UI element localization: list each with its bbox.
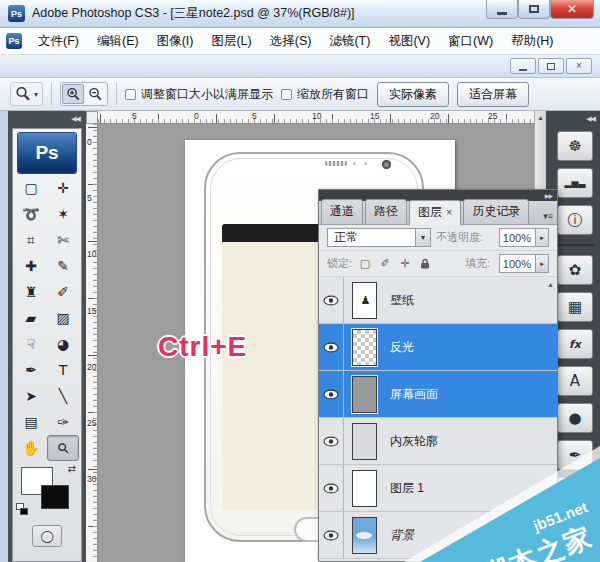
menu-select[interactable]: 选择(S) (261, 29, 321, 54)
history-brush-icon: ✐ (57, 285, 69, 299)
zoom-in-button[interactable] (62, 84, 84, 104)
current-tool-well[interactable]: ▾ (10, 82, 43, 106)
chevron-down-icon[interactable]: ▼ (415, 229, 430, 246)
scroll-up-icon[interactable]: ▲ (535, 111, 546, 121)
tool-lasso[interactable]: ➰ (15, 201, 47, 227)
tool-notes[interactable]: ▤ (15, 409, 47, 435)
panel-dock-collapse[interactable]: ◀◀ (546, 111, 600, 126)
zoom-mode-group (60, 82, 108, 106)
resize-windows-checkbox[interactable] (125, 89, 136, 100)
doc-minimize-button[interactable] (510, 58, 536, 74)
tool-healing-brush[interactable]: ✚ (15, 253, 47, 279)
ruler-number: 10 (87, 250, 97, 259)
tool-brush[interactable]: ✎ (47, 253, 79, 279)
menu-window[interactable]: 窗口(W) (439, 29, 502, 54)
histogram-icon[interactable]: ▂▅▃ (557, 168, 593, 198)
tool-type[interactable]: T (47, 357, 79, 383)
layer-thumbnail[interactable] (344, 376, 384, 413)
close-button[interactable]: ✕ (550, 0, 594, 19)
figure-glyph: ♟ (361, 295, 371, 306)
tab-layers[interactable]: 图层× (409, 200, 461, 225)
tool-pen[interactable]: ✒ (15, 357, 47, 383)
tab-close-icon[interactable]: × (446, 206, 452, 218)
eye-cell[interactable] (319, 512, 344, 558)
tool-magic-wand[interactable]: ✶ (47, 201, 79, 227)
menu-file[interactable]: 文件(F) (29, 29, 88, 54)
tool-path-selection[interactable]: ➤ (15, 383, 47, 409)
menu-edit[interactable]: 编辑(E) (88, 29, 148, 54)
zoom-all-windows-checkbox[interactable] (281, 89, 292, 100)
menu-view[interactable]: 视图(V) (379, 29, 439, 54)
tool-history-brush[interactable]: ✐ (47, 279, 79, 305)
layer-row-screen[interactable]: 屏幕画面 (319, 371, 557, 418)
layer-row-reflection[interactable]: 反光 (319, 324, 557, 371)
lock-pixels-icon[interactable]: ✐ (377, 256, 393, 272)
tool-clone-stamp[interactable]: ♜ (15, 279, 47, 305)
blend-mode-select[interactable]: 正常 ▼ (327, 228, 431, 247)
menu-layer[interactable]: 图层(L) (202, 29, 260, 54)
tool-dock-collapse[interactable]: ◀◀ (8, 111, 86, 126)
lock-all-icon[interactable] (417, 256, 433, 272)
menu-image[interactable]: 图像(I) (148, 29, 203, 54)
tab-history[interactable]: 历史记录 (463, 199, 529, 224)
eye-cell[interactable] (319, 465, 344, 511)
menu-help[interactable]: 帮助(H) (502, 29, 562, 54)
ruler-number: 5 (87, 194, 97, 203)
chevron-right-icon[interactable]: ▸ (535, 229, 548, 246)
background-color-swatch[interactable] (41, 485, 69, 509)
tool-rectangular-marquee[interactable]: ▢ (15, 175, 47, 201)
fit-screen-button[interactable]: 适合屏幕 (457, 82, 529, 107)
info-icon[interactable]: ⓘ (557, 205, 593, 235)
layer-name: 屏幕画面 (390, 386, 438, 403)
tab-channels[interactable]: 通道 (321, 199, 363, 224)
doc-close-button[interactable]: × (566, 58, 592, 74)
minimize-button[interactable] (486, 0, 518, 19)
document-controls-strip: × (0, 55, 600, 77)
layer-thumbnail[interactable] (344, 517, 384, 554)
eye-cell[interactable] (319, 371, 344, 417)
tool-slice[interactable]: ✄ (47, 227, 79, 253)
tool-move[interactable]: ✛ (47, 175, 79, 201)
color-panel-icon[interactable]: ✿ (557, 255, 593, 285)
tool-eraser[interactable]: ▰ (15, 305, 47, 331)
scroll-up-icon[interactable]: ▲ (547, 281, 554, 288)
zoom-out-button[interactable] (84, 84, 106, 104)
tool-hand[interactable]: ✋ (15, 435, 47, 461)
eye-cell[interactable] (319, 324, 344, 370)
styles-icon[interactable]: fx (557, 329, 593, 359)
layer-row-wallpaper[interactable]: ♟ 壁纸 (319, 277, 557, 324)
lock-position-icon[interactable]: ✛ (397, 256, 413, 272)
eye-cell[interactable] (319, 277, 344, 323)
layer-thumbnail[interactable] (344, 329, 384, 366)
layer-thumbnail[interactable] (344, 470, 384, 507)
doc-restore-button[interactable] (538, 58, 564, 74)
character-icon[interactable]: A (557, 366, 593, 396)
swap-colors-icon[interactable]: ⇄ (68, 463, 76, 474)
default-colors-icon[interactable] (16, 503, 29, 515)
minimize-icon (497, 12, 507, 15)
navigator-icon[interactable]: ☸ (557, 131, 593, 161)
quick-mask-button[interactable]: ◯ (32, 525, 62, 547)
lock-transparency-icon[interactable]: ▢ (357, 256, 373, 272)
maximize-button[interactable] (518, 0, 550, 19)
tool-zoom[interactable]: ⚲ (47, 435, 79, 461)
tab-paths[interactable]: 路径 (365, 199, 407, 224)
panel-menu-icon[interactable]: ▾≡ (543, 211, 553, 221)
tool-crop[interactable]: ⌗ (15, 227, 47, 253)
tool-smudge[interactable]: ☟ (15, 331, 47, 357)
tool-eyedropper[interactable]: ✑ (47, 409, 79, 435)
eye-cell[interactable] (319, 418, 344, 464)
chevron-right-icon[interactable]: ▸ (535, 255, 548, 272)
sphere-icon[interactable]: ● (557, 403, 593, 433)
actual-pixels-button[interactable]: 实际像素 (377, 82, 449, 107)
tool-line[interactable]: ╲ (47, 383, 79, 409)
menu-filter[interactable]: 滤镜(T) (320, 29, 379, 54)
opacity-input[interactable]: 100% ▸ (499, 228, 549, 247)
swatches-icon[interactable]: ▦ (557, 292, 593, 322)
layer-thumbnail[interactable] (344, 423, 384, 460)
layer-thumbnail[interactable]: ♟ (344, 282, 384, 319)
tool-dodge[interactable]: ◕ (47, 331, 79, 357)
fill-input[interactable]: 100% ▸ (499, 254, 549, 273)
layer-row-outline[interactable]: 内灰轮廓 (319, 418, 557, 465)
tool-gradient[interactable]: ▨ (47, 305, 79, 331)
